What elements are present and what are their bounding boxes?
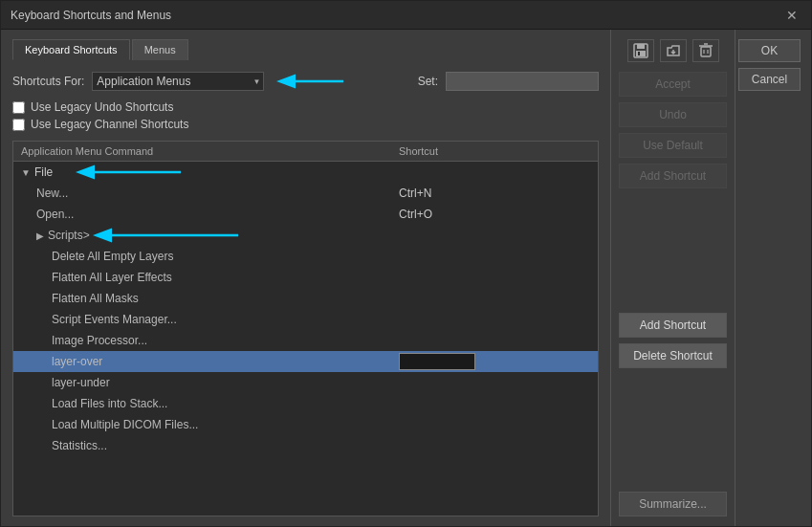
arrow-annotation-1 [272,70,348,93]
item-name: Flatten All Masks [52,292,399,305]
table-row[interactable]: Image Processor... [13,330,598,351]
table-row[interactable]: Flatten All Layer Effects [13,267,598,288]
legacy-channel-checkbox[interactable] [12,119,25,131]
item-name: layer-under [52,376,399,389]
expand-icon: ▶ [36,231,44,241]
legacy-undo-checkbox[interactable] [12,101,25,114]
dialog-body: Keyboard Shortcuts Menus Shortcuts For: … [1,30,811,526]
item-shortcut [399,353,590,370]
icon-row [619,39,727,62]
dialog-title: Keyboard Shortcuts and Menus [11,9,171,22]
item-name: Open... [36,208,399,221]
main-area: Keyboard Shortcuts Menus Shortcuts For: … [1,30,610,526]
delete-icon-button[interactable] [692,39,719,62]
col-command-header: Application Menu Command [21,145,399,157]
delete-icon [698,43,713,58]
table-row[interactable]: Statistics... [13,435,598,456]
load-icon [666,43,681,58]
keyboard-shortcuts-dialog: Keyboard Shortcuts and Menus ✕ Keyboard … [0,0,812,527]
item-name: Load Files into Stack... [52,397,399,410]
table-row[interactable]: Load Multiple DICOM Files... [13,414,598,435]
table-row[interactable]: Load Files into Stack... [13,393,598,414]
shortcuts-for-container: Shortcuts For: Application Menus Panel M… [12,70,391,93]
table-row[interactable]: Flatten All Masks [13,288,598,309]
table-row[interactable]: Script Events Manager... [13,309,598,330]
checkboxes-area: Use Legacy Undo Shortcuts Use Legacy Cha… [12,100,599,131]
item-name: layer-over [52,355,399,368]
tab-menus[interactable]: Menus [132,39,188,60]
accept-button[interactable]: Accept [619,72,727,97]
item-name: Scripts> [48,229,399,242]
set-field [446,72,599,91]
tab-keyboard-shortcuts[interactable]: Keyboard Shortcuts [12,39,130,60]
item-name: Delete All Empty Layers [52,250,399,263]
item-name: Script Events Manager... [52,313,399,326]
item-name: Statistics... [52,439,399,452]
right-panel: Accept Undo Use Default Add Shortcut Add… [610,30,735,526]
item-name: New... [36,187,399,200]
table-body[interactable]: ▼ File New... [13,162,598,516]
add-shortcut-top-button[interactable]: Add Shortcut [619,164,727,188]
ok-button[interactable]: OK [738,39,801,62]
set-label: Set: [418,75,438,88]
item-shortcut: Ctrl+N [399,187,590,200]
table-row[interactable]: ▼ File [13,162,598,183]
use-default-button[interactable]: Use Default [619,133,727,158]
legacy-channel-checkbox-row[interactable]: Use Legacy Channel Shortcuts [12,118,599,131]
svg-rect-8 [701,47,711,56]
table-row[interactable]: New... Ctrl+N [13,183,598,204]
delete-shortcut-button[interactable]: Delete Shortcut [619,343,727,368]
item-name: Load Multiple DICOM Files... [52,418,399,431]
legacy-undo-label: Use Legacy Undo Shortcuts [31,100,173,114]
shortcuts-for-select-wrapper[interactable]: Application Menus Panel Menus Tools [92,72,264,91]
item-shortcut: Ctrl+O [399,208,590,221]
expand-icon: ▼ [21,167,31,178]
table-header: Application Menu Command Shortcut [13,142,598,162]
item-name: Image Processor... [52,334,399,347]
shortcuts-for-select[interactable]: Application Menus Panel Menus Tools [92,72,264,91]
table-row[interactable]: Delete All Empty Layers [13,246,598,267]
summarize-button[interactable]: Summarize... [619,492,727,516]
save-icon [633,43,648,58]
legacy-channel-label: Use Legacy Channel Shortcuts [31,118,188,131]
load-icon-button[interactable] [660,39,687,62]
table-row[interactable]: layer-over [13,351,598,372]
svg-rect-5 [637,44,645,49]
col-shortcut-header: Shortcut [399,145,590,157]
save-icon-button[interactable] [627,39,654,62]
close-button[interactable]: ✕ [782,9,801,22]
table-row[interactable]: Open... Ctrl+O [13,204,598,225]
add-shortcut-button[interactable]: Add Shortcut [619,313,727,338]
tab-bar: Keyboard Shortcuts Menus [12,39,599,60]
item-name: Flatten All Layer Effects [52,271,399,284]
title-bar: Keyboard Shortcuts and Menus ✕ [1,1,811,30]
shortcuts-for-row: Shortcuts For: Application Menus Panel M… [12,70,599,93]
table-row[interactable]: layer-under [13,372,598,393]
shortcut-input[interactable] [399,353,475,370]
item-name: File [34,165,399,179]
undo-button[interactable]: Undo [619,102,727,127]
table-row[interactable]: ▶ Scripts> [13,225,598,246]
shortcuts-table: Application Menu Command Shortcut ▼ File [12,141,599,516]
legacy-undo-checkbox-row[interactable]: Use Legacy Undo Shortcuts [12,100,599,114]
set-row: Set: [418,72,599,91]
cancel-button[interactable]: Cancel [738,68,801,91]
ok-cancel-panel: OK Cancel [735,30,811,526]
shortcuts-for-label: Shortcuts For: [12,75,84,88]
svg-rect-6 [636,51,646,56]
svg-rect-7 [638,52,640,55]
